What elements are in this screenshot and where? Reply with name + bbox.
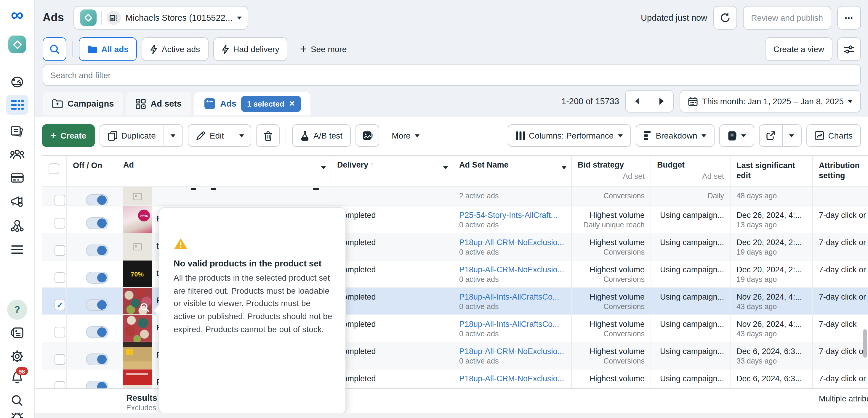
settings-gear-icon[interactable]: [11, 350, 24, 363]
ad-set-link[interactable]: P18up-All-CRM-NoExclusio...: [459, 346, 565, 356]
footer-attribution-value: Multiple attribution: [819, 394, 868, 403]
ad-name[interactable]: t: [156, 242, 159, 251]
ad-name[interactable]: t: [156, 269, 159, 278]
all-tools-menu-icon[interactable]: [11, 245, 23, 254]
ad-toggle[interactable]: [86, 245, 108, 256]
ad-toggle[interactable]: [86, 299, 108, 311]
ad-set-link[interactable]: P18up-All-CRM-NoExclusio...: [459, 374, 565, 384]
filter-all-ads[interactable]: All ads: [79, 37, 137, 61]
row-checkbox[interactable]: [55, 354, 65, 365]
ad-set-link[interactable]: P18up-All-Ints-AllCraftsCo...: [459, 319, 565, 329]
row-checkbox[interactable]: [55, 327, 65, 337]
ad-set-link[interactable]: P25-54-Story-Ints-AllCraft...: [459, 210, 565, 220]
next-page-button[interactable]: [649, 91, 673, 112]
prev-page-button[interactable]: [626, 91, 649, 112]
selection-count-badge[interactable]: 1 selected ✕: [241, 96, 301, 111]
business-assets-icon[interactable]: [11, 220, 24, 232]
refresh-button[interactable]: [713, 6, 737, 30]
ab-test-button[interactable]: A/B test: [292, 124, 351, 147]
ads-reporting-icon[interactable]: [10, 126, 24, 137]
ad-toggle[interactable]: [86, 194, 108, 205]
ad-toggle[interactable]: [86, 272, 108, 284]
ad-toggle[interactable]: [86, 326, 108, 338]
filter-had-delivery[interactable]: Had delivery: [213, 37, 288, 61]
row-checkbox[interactable]: ✓: [55, 299, 65, 310]
ads-manager-app-icon[interactable]: [8, 35, 26, 53]
campaigns-table-icon[interactable]: [6, 95, 28, 115]
account-switcher[interactable]: Michaels Stores (1015522...: [73, 6, 249, 30]
ad-thumbnail[interactable]: 70%: [123, 260, 152, 287]
row-checkbox[interactable]: [55, 245, 65, 256]
breakdown-button[interactable]: Breakdown: [636, 124, 714, 147]
row-checkbox[interactable]: [55, 272, 65, 283]
tab-ad-sets[interactable]: Ad sets: [126, 92, 191, 116]
row-last-edit-cell: Dec 20, 2024, 2:...19 days ago: [731, 233, 813, 260]
delete-button[interactable]: [256, 124, 280, 147]
budget-value: Using campaign...: [657, 319, 724, 329]
tab-campaigns[interactable]: Campaigns: [43, 92, 123, 116]
creative-preview-button[interactable]: [355, 124, 379, 147]
column-header-attribution-setting[interactable]: Attribution setting: [813, 156, 868, 187]
select-all-checkbox[interactable]: [49, 163, 59, 174]
charts-button[interactable]: Charts: [806, 124, 861, 147]
notifications-bell-icon[interactable]: 98: [11, 371, 24, 384]
column-header-last-significant-edit[interactable]: Last significant edit: [731, 156, 813, 187]
search-and-filter-input[interactable]: [43, 64, 861, 86]
ad-thumbnail[interactable]: [123, 187, 152, 205]
meta-logo-icon[interactable]: ∞: [11, 6, 24, 24]
edit-button[interactable]: Edit: [188, 124, 232, 147]
account-overview-icon[interactable]: [10, 76, 24, 89]
advertising-settings-icon[interactable]: [10, 196, 24, 207]
row-ad-set-cell: P18up-All-Ints-AllCraftsCo...0 active ad…: [453, 315, 572, 342]
search-icon[interactable]: [11, 394, 23, 407]
ad-thumbnail[interactable]: [123, 288, 152, 314]
column-header-ad[interactable]: Ad: [117, 156, 331, 187]
ad-thumbnail[interactable]: 25%: [123, 206, 152, 233]
vertical-scrollbar-thumb[interactable]: [863, 329, 867, 358]
date-range-selector[interactable]: This month: Jan 1, 2025 – Jan 8, 2025: [680, 90, 861, 112]
export-menu-button[interactable]: [783, 124, 802, 147]
duplicate-button[interactable]: Duplicate: [99, 124, 164, 147]
row-checkbox[interactable]: [55, 218, 65, 229]
column-header-bid-strategy[interactable]: Bid strategyAd set: [572, 156, 651, 187]
tab-ads[interactable]: Ads 1 selected ✕: [194, 92, 310, 116]
search-filter-button[interactable]: [43, 37, 66, 61]
zoom-preview-icon[interactable]: [140, 302, 150, 313]
ad-toggle[interactable]: [86, 217, 108, 229]
ad-thumbnail[interactable]: [123, 342, 152, 369]
row-ad-set-cell: P18up-All-CRM-NoExclusio...0 active ads: [453, 342, 572, 369]
ad-thumbnail[interactable]: [123, 233, 152, 260]
row-checkbox[interactable]: [55, 195, 65, 205]
ad-thumbnail[interactable]: [123, 315, 152, 342]
ad-set-link[interactable]: P18up-All-CRM-NoExclusio...: [459, 237, 565, 248]
columns-icon: [516, 131, 525, 140]
see-more-filters[interactable]: + See more: [292, 37, 354, 61]
review-and-publish-button[interactable]: Review and publish: [743, 6, 831, 30]
ad-set-link[interactable]: P18up-All-CRM-NoExclusio...: [459, 265, 565, 275]
column-header-delivery[interactable]: Delivery↑: [331, 156, 453, 187]
filter-active-ads[interactable]: Active ads: [142, 37, 208, 61]
column-header-budget[interactable]: BudgetAd set: [651, 156, 731, 187]
create-button[interactable]: + Create: [42, 124, 94, 147]
column-header-ad-set-name[interactable]: Ad Set Name: [453, 156, 572, 187]
bug-report-icon[interactable]: [11, 411, 24, 418]
duplicate-menu-button[interactable]: [164, 124, 183, 147]
create-a-view-button[interactable]: Create a view: [765, 37, 832, 61]
export-button[interactable]: [759, 124, 783, 147]
table-row-clipped[interactable]: 2 active adsConversionsDaily48 days ago: [42, 187, 868, 206]
billing-icon[interactable]: [10, 173, 24, 183]
reports-button[interactable]: [719, 124, 754, 147]
more-actions-button[interactable]: More: [384, 124, 427, 147]
columns-selector-button[interactable]: Columns: Performance: [507, 124, 631, 147]
audiences-icon[interactable]: [9, 149, 25, 160]
help-icon[interactable]: ?: [7, 299, 27, 320]
edit-menu-button[interactable]: [232, 124, 251, 147]
ad-set-link[interactable]: P18up-All-Ints-AllCraftsCo...: [459, 292, 565, 302]
updates-icon[interactable]: [10, 327, 24, 339]
column-header-off-on[interactable]: Off / On: [67, 156, 117, 187]
ad-toggle[interactable]: [86, 353, 108, 365]
view-settings-button[interactable]: [837, 37, 861, 61]
row-bid-strategy-cell: Highest volumeConversions: [572, 342, 651, 369]
clear-selection-icon[interactable]: ✕: [289, 99, 295, 108]
more-options-button[interactable]: •••: [837, 6, 861, 30]
